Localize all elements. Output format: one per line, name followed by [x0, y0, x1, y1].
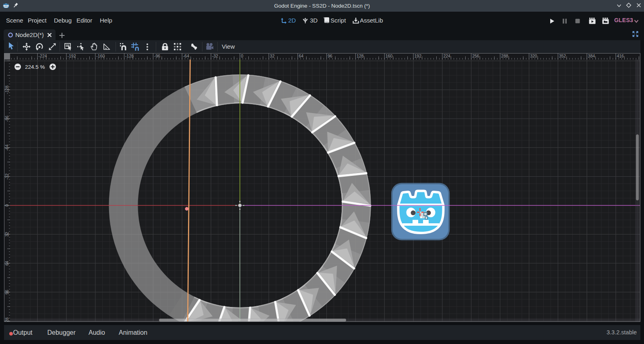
svg-text:-64: -64	[183, 54, 189, 58]
svg-text:32: 32	[270, 54, 275, 58]
svg-text:-96: -96	[4, 115, 9, 122]
svg-text:-192: -192	[68, 54, 76, 58]
svg-text:288: 288	[501, 54, 508, 58]
svg-text:0: 0	[4, 204, 9, 206]
svg-text:96: 96	[4, 290, 9, 295]
svg-text:32: 32	[4, 232, 9, 237]
svg-text:384: 384	[588, 54, 595, 58]
svg-text:192: 192	[415, 54, 422, 58]
svg-text:-64: -64	[4, 144, 9, 150]
svg-text:-128: -128	[4, 85, 9, 94]
svg-text:64: 64	[4, 261, 9, 266]
svg-text:128: 128	[4, 317, 9, 322]
svg-text:96: 96	[328, 54, 332, 58]
svg-text:256: 256	[472, 54, 479, 58]
svg-text:64: 64	[299, 54, 303, 58]
svg-text:-96: -96	[154, 54, 160, 58]
svg-text:-128: -128	[125, 54, 134, 58]
svg-text:-224: -224	[39, 54, 47, 58]
svg-text:320: 320	[530, 54, 537, 58]
svg-text:160: 160	[386, 54, 393, 58]
svg-text:416: 416	[617, 54, 624, 58]
svg-text:128: 128	[357, 54, 364, 58]
svg-text:224.5 %: 224.5 %	[25, 64, 45, 70]
svg-text:0: 0	[241, 54, 244, 58]
svg-text:-32: -32	[212, 54, 218, 58]
svg-text:224: 224	[443, 54, 450, 58]
svg-text:352: 352	[559, 54, 566, 58]
svg-text:-32: -32	[4, 173, 9, 179]
svg-text:-160: -160	[96, 54, 105, 58]
